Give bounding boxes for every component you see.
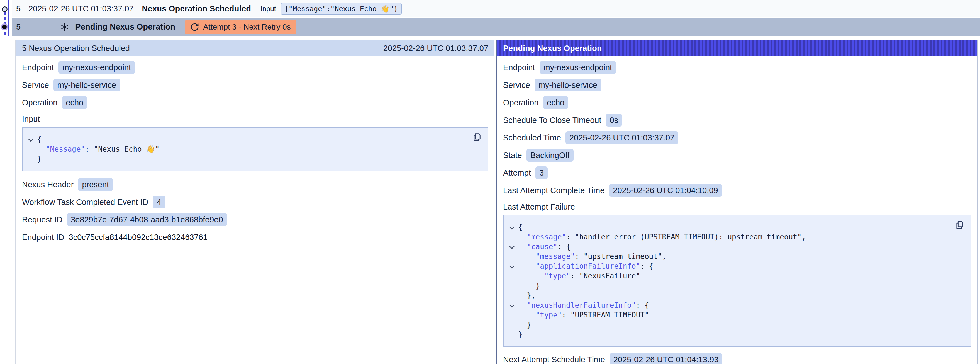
field-label: Endpoint — [22, 63, 54, 72]
pending-id-link[interactable]: 5 — [16, 22, 21, 32]
field-label: Nexus Header — [22, 180, 73, 189]
timeline-dashed-line — [4, 12, 6, 36]
code-line: } — [507, 281, 948, 291]
code-line: "applicationFailureInfo": { — [507, 262, 948, 271]
code-line: }, — [507, 291, 948, 300]
field-value-chip: 3 — [535, 166, 548, 179]
event-history-rows: 5 2025-02-26 UTC 01:03:37.07 Nexus Opera… — [12, 0, 980, 36]
scheduled-panel-title: 5 Nexus Operation Scheduled — [22, 44, 130, 53]
field-value-chip: 3e829b7e-7d67-4b08-aad3-b1e868bfe9e0 — [67, 213, 227, 226]
field-wft-completed-event-id: Workflow Task Completed Event ID 4 — [22, 196, 488, 209]
retry-badge: Attempt 3 · Next Retry 0s — [185, 20, 296, 34]
field-nexus-header: Nexus Header present — [22, 178, 488, 191]
field-operation: Operation echo — [22, 96, 488, 109]
field-label: Last Attempt Complete Time — [503, 186, 605, 195]
field-label: Scheduled Time — [503, 133, 561, 142]
field-endpoint-id: Endpoint ID 3c0c75ccfa8144b092c13ce63246… — [22, 231, 488, 244]
field-value-chip: present — [78, 178, 113, 191]
pending-asterisk-icon — [60, 22, 69, 32]
field-service: Service my-hello-service — [22, 78, 488, 91]
code-line: } — [507, 320, 948, 330]
field-label: Endpoint ID — [22, 233, 64, 242]
field-service: Service my-hello-service — [503, 78, 971, 91]
event-input-chip[interactable]: {"Message":"Nexus Echo 👋"} — [280, 3, 402, 15]
field-next-attempt-schedule-time: Next Attempt Schedule Time 2025-02-26 UT… — [503, 353, 971, 364]
collapse-chevron-icon[interactable] — [26, 135, 37, 144]
input-section-label: Input — [22, 115, 488, 124]
code-line: } — [507, 330, 948, 340]
copy-icon[interactable] — [955, 220, 965, 230]
field-value-chip: my-nexus-endpoint — [539, 61, 616, 74]
field-value-chip: BackingOff — [527, 149, 574, 162]
field-value-chip: echo — [62, 96, 87, 109]
field-value-chip: 4 — [153, 196, 165, 209]
code-line: "nexusHandlerFailureInfo": { — [507, 300, 948, 310]
code-line: "cause": { — [507, 242, 948, 252]
field-label: Schedule To Close Timeout — [503, 116, 601, 125]
field-label: Request ID — [22, 215, 62, 224]
field-request-id: Request ID 3e829b7e-7d67-4b08-aad3-b1e86… — [22, 213, 488, 226]
scheduled-event-panel: 5 Nexus Operation Scheduled 2025-02-26 U… — [15, 40, 495, 364]
code-line: { — [507, 222, 948, 232]
collapse-chevron-icon[interactable] — [507, 222, 518, 232]
event-id-link[interactable]: 5 — [16, 4, 21, 13]
field-value-chip: 2025-02-26 UTC 01:04:13.93 — [609, 353, 722, 364]
event-detail-panels: 5 Nexus Operation Scheduled 2025-02-26 U… — [15, 40, 978, 364]
code-line: "message": "upstream timeout", — [507, 252, 948, 262]
timeline-line — [8, 0, 9, 36]
collapse-chevron-icon[interactable] — [507, 262, 518, 271]
field-attempt: Attempt 3 — [503, 166, 971, 179]
event-filled-dot-icon — [2, 24, 7, 29]
field-schedule-to-close-timeout: Schedule To Close Timeout 0s — [503, 114, 971, 126]
field-label: Workflow Task Completed Event ID — [22, 198, 148, 207]
field-endpoint: Endpoint my-nexus-endpoint — [503, 61, 971, 74]
field-scheduled-time: Scheduled Time 2025-02-26 UTC 01:03:37.0… — [503, 131, 971, 144]
code-line: "type": "NexusFailure" — [507, 271, 948, 281]
event-input-label: Input — [261, 5, 276, 13]
code-line: { — [26, 135, 466, 144]
field-label: Operation — [22, 98, 57, 107]
field-value-chip: 2025-02-26 UTC 01:03:37.07 — [565, 131, 678, 144]
pending-panel-title: Pending Nexus Operation — [503, 44, 602, 53]
field-label: Endpoint — [503, 63, 535, 72]
event-row-scheduled[interactable]: 5 2025-02-26 UTC 01:03:37.07 Nexus Opera… — [12, 0, 980, 17]
scheduled-panel-time: 2025-02-26 UTC 01:03:37.07 — [383, 44, 488, 53]
code-line: "message": "handler error (UPSTREAM_TIME… — [507, 232, 948, 242]
code-line: } — [26, 154, 466, 164]
field-state: State BackingOff — [503, 149, 971, 162]
field-value-chip: 2025-02-26 UTC 01:04:10.09 — [609, 184, 722, 197]
pending-panel-header: Pending Nexus Operation — [497, 40, 977, 56]
field-endpoint: Endpoint my-nexus-endpoint — [22, 61, 488, 74]
failure-section-label: Last Attempt Failure — [503, 202, 971, 212]
field-label: Next Attempt Schedule Time — [503, 355, 605, 364]
code-line: "type": "UPSTREAM_TIMEOUT" — [507, 310, 948, 320]
field-value-chip: echo — [543, 96, 568, 109]
field-value-chip: my-nexus-endpoint — [59, 61, 135, 74]
field-label: Operation — [503, 98, 538, 107]
pending-operation-panel: Pending Nexus Operation Endpoint my-nexu… — [496, 40, 978, 364]
pending-title: Pending Nexus Operation — [75, 22, 175, 32]
field-label: State — [503, 151, 522, 160]
collapse-chevron-icon[interactable] — [507, 300, 518, 310]
field-value-chip: my-hello-service — [54, 78, 120, 91]
field-value-chip: my-hello-service — [535, 78, 601, 91]
scheduled-panel-header: 5 Nexus Operation Scheduled 2025-02-26 U… — [16, 40, 495, 56]
collapse-chevron-icon[interactable] — [507, 242, 518, 252]
timeline-gutter — [0, 0, 12, 37]
field-label: Attempt — [503, 168, 531, 177]
field-operation: Operation echo — [503, 96, 971, 109]
endpoint-id-link[interactable]: 3c0c75ccfa8144b092c13ce632463761 — [69, 233, 208, 242]
event-open-circle-icon — [2, 6, 8, 12]
field-label: Service — [22, 81, 49, 90]
code-line: "Message": "Nexus Echo 👋" — [26, 144, 466, 154]
retry-icon — [190, 22, 199, 32]
field-label: Service — [503, 81, 530, 90]
event-time: 2025-02-26 UTC 01:03:37.07 — [29, 4, 134, 13]
event-title: Nexus Operation Scheduled — [142, 4, 251, 13]
copy-icon[interactable] — [472, 132, 482, 143]
event-row-pending[interactable]: 5 Pending Nexus Operation Attempt 3 · Ne… — [12, 18, 980, 36]
failure-code-block: { "message": "handler error (UPSTREAM_TI… — [503, 215, 971, 347]
retry-badge-label: Attempt 3 · Next Retry 0s — [203, 22, 291, 32]
field-last-attempt-complete-time: Last Attempt Complete Time 2025-02-26 UT… — [503, 184, 971, 197]
field-value-chip: 0s — [606, 114, 622, 126]
